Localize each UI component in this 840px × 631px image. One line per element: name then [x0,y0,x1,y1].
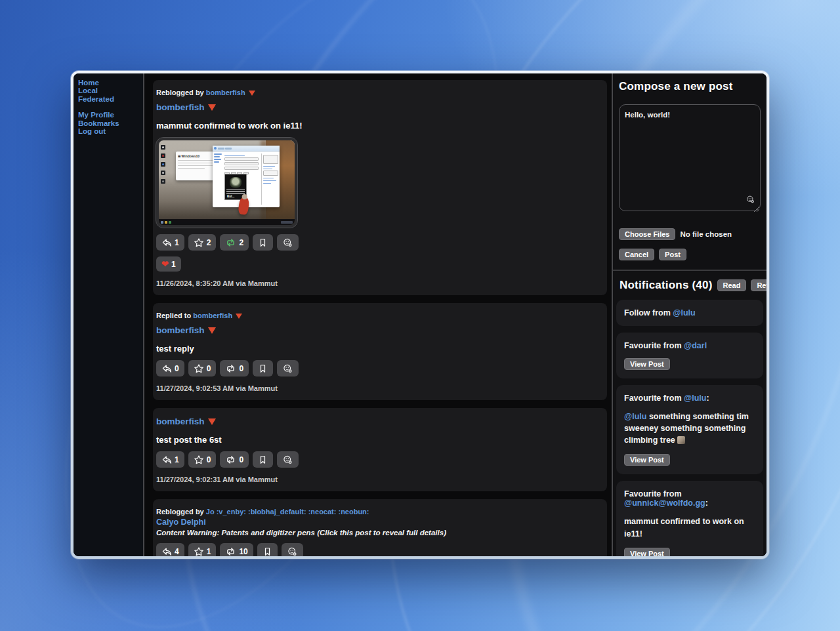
bookmark-button[interactable] [253,451,273,468]
desktop-wallpaper: Home Local Federated My Profile Bookmark… [0,0,840,631]
post-timestamp: 11/27/2024, 9:02:53 AM via Mammut [156,384,602,392]
post-content: mammut confirmed to work on ie11! [156,121,602,131]
sidebar-item-local[interactable]: Local [78,87,143,94]
bookmark-icon [262,546,272,557]
compose-textarea[interactable]: Hello, world! [619,104,761,211]
reply-button[interactable]: 4 [156,543,184,556]
heart-reaction-chip[interactable]: ❤ 1 [156,256,181,272]
bookmark-icon [258,237,268,248]
author-link[interactable]: bomberfish [156,102,205,112]
sidebar-item-federated[interactable]: Federated [78,95,143,103]
post[interactable]: Replied to bomberfish bomberfish test re… [153,303,607,400]
boost-button[interactable]: 2 [220,234,249,251]
notification-prefix: Favourite from [624,489,682,499]
content-warning-line[interactable]: Content Warning: Patents and digitizer p… [156,529,602,537]
emoji-picker-button[interactable] [746,195,755,206]
reply-button[interactable]: 1 [156,451,184,468]
notification-user-link[interactable]: @darl [684,341,707,350]
favourite-count: 0 [207,364,211,373]
reblog-prefix: Reblogged by [156,508,206,516]
notification-header: Favourite from @unnick@wolfdo.gg: [624,489,755,508]
notification-item[interactable]: Favourite from @darl View Post [616,333,763,378]
bookmark-button[interactable] [257,543,278,556]
boost-count: 0 [239,364,243,373]
post-content: test post the 6st [156,435,602,445]
refresh-button[interactable]: Refresh [751,279,766,291]
app-window: Home Local Federated My Profile Bookmark… [71,71,769,559]
bookmark-icon [258,455,268,465]
reply-to-link[interactable]: bomberfish [193,312,232,319]
red-triangle-emoji [236,314,242,319]
add-reaction-button[interactable] [282,543,303,556]
notification-colon: : [706,394,709,403]
notification-user-link[interactable]: @lulu [673,308,695,317]
sidebar-item-log-out[interactable]: Log out [78,127,143,135]
reblogger-link[interactable]: bomberfish [206,89,245,96]
sidebar-item-my-profile[interactable]: My Profile [78,111,143,119]
post[interactable]: Reblogged by Jo :v_enby: :blobhaj_defaul… [153,499,607,556]
add-reaction-button[interactable] [277,451,299,468]
reply-arrow-icon [161,237,172,248]
author-link[interactable]: Calyo Delphi [156,518,206,527]
author-line: bomberfish [156,417,602,426]
reply-button[interactable]: 0 [156,360,184,377]
author-line: Calyo Delphi [156,518,602,527]
star-icon [194,546,204,557]
add-reaction-icon [282,455,293,465]
bookmark-button[interactable] [253,360,273,377]
right-panel: Compose a new post Hello, world! Choose … [613,73,766,556]
favourite-count: 2 [207,238,211,247]
notification-user-link[interactable]: @lulu [684,394,706,403]
reply-arrow-icon [161,363,172,374]
post[interactable]: bomberfish test post the 6st 1 0 [153,408,607,491]
view-post-button[interactable]: View Post [624,358,670,370]
choose-files-button[interactable]: Choose Files [619,228,675,240]
bookmark-button[interactable] [253,234,273,251]
read-button[interactable]: Read [717,279,747,291]
notification-item[interactable]: Favourite from @unnick@wolfdo.gg: mammut… [616,481,763,556]
favourite-count: 0 [207,455,211,464]
timeline: Reblogged by bomberfish bomberfish mammu… [144,73,612,556]
mention-link[interactable]: @lulu [624,412,646,421]
reblog-prefix: Reblogged by [156,89,206,96]
boost-count: 10 [239,547,247,556]
notification-header: Favourite from @lulu: [624,394,755,403]
reblog-line: Reblogged by Jo :v_enby: :blobhaj_defaul… [156,508,602,516]
post-actions: 1 2 2 [156,234,602,251]
boost-button[interactable]: 10 [220,543,253,556]
favourite-button[interactable]: 2 [188,234,217,251]
content-warning-text: Patents and digitizer pens (Click this p… [219,529,446,537]
notification-item[interactable]: Favourite from @lulu: @lulu something so… [616,385,763,474]
post-attachment-image[interactable]: ⊞ Windows10 [156,138,297,228]
reply-count: 1 [175,455,179,464]
view-post-button[interactable]: View Post [624,454,670,466]
favourite-button[interactable]: 1 [188,543,217,556]
reply-button[interactable]: 1 [156,234,184,251]
boost-button[interactable]: 0 [220,360,249,377]
sidebar-item-bookmarks[interactable]: Bookmarks [78,119,143,127]
sidebar-item-home[interactable]: Home [78,79,143,87]
content-warning-label: Content Warning: [156,529,219,537]
red-triangle-emoji [208,104,216,111]
boost-button[interactable]: 0 [220,451,249,468]
notification-user-link[interactable]: @unnick@wolfdo.gg [624,499,705,508]
reblogger-link[interactable]: Jo :v_enby: :blobhaj_default: :neocat: :… [206,508,369,516]
star-icon [194,237,204,248]
add-reaction-button[interactable] [277,360,299,377]
notification-item[interactable]: Follow from @lulu [616,300,763,326]
add-reaction-button[interactable] [277,234,299,251]
post-button[interactable]: Post [659,249,686,260]
author-link[interactable]: bomberfish [156,325,205,335]
add-reaction-icon [287,546,298,557]
favourite-button[interactable]: 0 [188,451,217,468]
notification-header: Follow from @lulu [624,308,755,317]
reply-count: 1 [175,238,179,247]
favourite-button[interactable]: 0 [188,360,217,377]
reblog-line: Reblogged by bomberfish [156,89,602,96]
notification-body: mammut confirmed to work on ie11! [624,516,755,539]
author-link[interactable]: bomberfish [156,417,205,426]
post[interactable]: Reblogged by bomberfish bomberfish mammu… [153,80,607,295]
cancel-button[interactable]: Cancel [619,249,654,260]
attachment-taskbar [159,219,295,225]
view-post-button[interactable]: View Post [624,548,670,556]
